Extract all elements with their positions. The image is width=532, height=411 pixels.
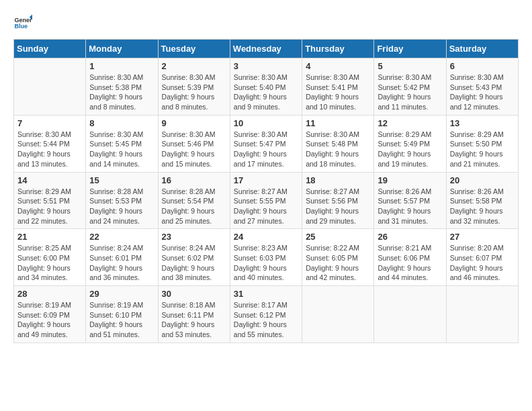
day-number: 8 [89, 118, 154, 128]
cell-content: Sunrise: 8:24 AMSunset: 6:02 PMDaylight:… [162, 243, 226, 283]
cell-content: Sunrise: 8:22 AMSunset: 6:05 PMDaylight:… [306, 243, 370, 283]
calendar-cell: 8Sunrise: 8:30 AMSunset: 5:45 PMDaylight… [86, 115, 158, 172]
day-number: 20 [450, 175, 515, 185]
calendar-body: 1Sunrise: 8:30 AMSunset: 5:38 PMDaylight… [14, 58, 519, 343]
day-number: 19 [378, 175, 442, 185]
day-header-friday: Friday [374, 40, 446, 58]
day-number: 31 [234, 289, 298, 299]
day-number: 2 [162, 61, 226, 71]
cell-content: Sunrise: 8:29 AMSunset: 5:49 PMDaylight:… [378, 130, 442, 169]
day-header-wednesday: Wednesday [230, 40, 302, 58]
calendar-cell: 27Sunrise: 8:20 AMSunset: 6:07 PMDayligh… [446, 229, 518, 286]
cell-content: Sunrise: 8:19 AMSunset: 6:09 PMDaylight:… [17, 300, 82, 340]
calendar-cell: 9Sunrise: 8:30 AMSunset: 5:46 PMDaylight… [158, 115, 230, 172]
calendar-cell [374, 286, 446, 343]
svg-text:Blue: Blue [14, 23, 28, 30]
cell-content: Sunrise: 8:27 AMSunset: 5:55 PMDaylight:… [234, 187, 298, 226]
calendar-cell: 25Sunrise: 8:22 AMSunset: 6:05 PMDayligh… [302, 229, 374, 286]
cell-content: Sunrise: 8:26 AMSunset: 5:58 PMDaylight:… [450, 187, 515, 226]
calendar-week-row: 21Sunrise: 8:25 AMSunset: 6:00 PMDayligh… [14, 229, 519, 286]
day-number: 28 [17, 289, 82, 299]
calendar-cell: 26Sunrise: 8:21 AMSunset: 6:06 PMDayligh… [374, 229, 446, 286]
calendar-week-row: 1Sunrise: 8:30 AMSunset: 5:38 PMDaylight… [14, 58, 519, 116]
day-number: 23 [162, 232, 226, 242]
calendar-week-row: 7Sunrise: 8:30 AMSunset: 5:44 PMDaylight… [14, 115, 519, 172]
calendar-cell: 18Sunrise: 8:27 AMSunset: 5:56 PMDayligh… [302, 172, 374, 229]
cell-content: Sunrise: 8:30 AMSunset: 5:41 PMDaylight:… [306, 73, 370, 112]
calendar-cell: 7Sunrise: 8:30 AMSunset: 5:44 PMDaylight… [14, 115, 86, 172]
calendar-cell: 22Sunrise: 8:24 AMSunset: 6:01 PMDayligh… [86, 229, 158, 286]
calendar-cell: 28Sunrise: 8:19 AMSunset: 6:09 PMDayligh… [14, 286, 86, 343]
day-number: 21 [17, 232, 82, 242]
day-number: 1 [89, 61, 154, 71]
day-number: 17 [234, 175, 298, 185]
logo: General Blue [13, 13, 32, 32]
day-number: 25 [306, 232, 370, 242]
day-number: 22 [89, 232, 154, 242]
cell-content: Sunrise: 8:17 AMSunset: 6:12 PMDaylight:… [234, 300, 298, 340]
calendar-cell: 3Sunrise: 8:30 AMSunset: 5:40 PMDaylight… [230, 58, 302, 116]
day-header-monday: Monday [86, 40, 158, 58]
cell-content: Sunrise: 8:26 AMSunset: 5:57 PMDaylight:… [378, 187, 442, 226]
day-number: 27 [450, 232, 515, 242]
calendar-cell: 5Sunrise: 8:30 AMSunset: 5:42 PMDaylight… [374, 58, 446, 116]
calendar-cell: 6Sunrise: 8:30 AMSunset: 5:43 PMDaylight… [446, 58, 518, 116]
calendar-cell: 1Sunrise: 8:30 AMSunset: 5:38 PMDaylight… [86, 58, 158, 116]
calendar-cell: 16Sunrise: 8:28 AMSunset: 5:54 PMDayligh… [158, 172, 230, 229]
day-number: 10 [234, 118, 298, 128]
day-header-saturday: Saturday [446, 40, 518, 58]
day-number: 9 [162, 118, 226, 128]
day-number: 29 [89, 289, 154, 299]
calendar-cell: 13Sunrise: 8:29 AMSunset: 5:50 PMDayligh… [446, 115, 518, 172]
calendar-week-row: 14Sunrise: 8:29 AMSunset: 5:51 PMDayligh… [14, 172, 519, 229]
day-header-sunday: Sunday [14, 40, 86, 58]
cell-content: Sunrise: 8:24 AMSunset: 6:01 PMDaylight:… [89, 243, 154, 283]
calendar-cell [302, 286, 374, 343]
calendar-cell: 17Sunrise: 8:27 AMSunset: 5:55 PMDayligh… [230, 172, 302, 229]
calendar-cell: 11Sunrise: 8:30 AMSunset: 5:48 PMDayligh… [302, 115, 374, 172]
cell-content: Sunrise: 8:30 AMSunset: 5:48 PMDaylight:… [306, 130, 370, 169]
day-header-tuesday: Tuesday [158, 40, 230, 58]
cell-content: Sunrise: 8:29 AMSunset: 5:51 PMDaylight:… [17, 187, 82, 226]
calendar-cell: 2Sunrise: 8:30 AMSunset: 5:39 PMDaylight… [158, 58, 230, 116]
cell-content: Sunrise: 8:28 AMSunset: 5:54 PMDaylight:… [162, 187, 226, 226]
day-number: 3 [234, 61, 298, 71]
cell-content: Sunrise: 8:30 AMSunset: 5:39 PMDaylight:… [162, 73, 226, 112]
cell-content: Sunrise: 8:21 AMSunset: 6:06 PMDaylight:… [378, 243, 442, 283]
calendar-cell: 19Sunrise: 8:26 AMSunset: 5:57 PMDayligh… [374, 172, 446, 229]
cell-content: Sunrise: 8:29 AMSunset: 5:50 PMDaylight:… [450, 130, 515, 169]
calendar-cell: 30Sunrise: 8:18 AMSunset: 6:11 PMDayligh… [158, 286, 230, 343]
calendar-cell: 14Sunrise: 8:29 AMSunset: 5:51 PMDayligh… [14, 172, 86, 229]
day-number: 30 [162, 289, 226, 299]
cell-content: Sunrise: 8:19 AMSunset: 6:10 PMDaylight:… [89, 300, 154, 340]
cell-content: Sunrise: 8:30 AMSunset: 5:47 PMDaylight:… [234, 130, 298, 169]
day-number: 26 [378, 232, 442, 242]
cell-content: Sunrise: 8:30 AMSunset: 5:40 PMDaylight:… [234, 73, 298, 112]
day-number: 11 [306, 118, 370, 128]
cell-content: Sunrise: 8:27 AMSunset: 5:56 PMDaylight:… [306, 187, 370, 226]
day-number: 13 [450, 118, 515, 128]
day-number: 16 [162, 175, 226, 185]
svg-text:General: General [14, 17, 32, 24]
calendar-cell [14, 58, 86, 116]
cell-content: Sunrise: 8:30 AMSunset: 5:38 PMDaylight:… [89, 73, 154, 112]
calendar-header-row: SundayMondayTuesdayWednesdayThursdayFrid… [14, 40, 519, 58]
day-number: 14 [17, 175, 82, 185]
cell-content: Sunrise: 8:30 AMSunset: 5:43 PMDaylight:… [450, 73, 515, 112]
calendar-cell: 15Sunrise: 8:28 AMSunset: 5:53 PMDayligh… [86, 172, 158, 229]
calendar-cell: 24Sunrise: 8:23 AMSunset: 6:03 PMDayligh… [230, 229, 302, 286]
cell-content: Sunrise: 8:30 AMSunset: 5:45 PMDaylight:… [89, 130, 154, 169]
cell-content: Sunrise: 8:28 AMSunset: 5:53 PMDaylight:… [89, 187, 154, 226]
day-number: 7 [17, 118, 82, 128]
day-header-thursday: Thursday [302, 40, 374, 58]
day-number: 18 [306, 175, 370, 185]
cell-content: Sunrise: 8:30 AMSunset: 5:44 PMDaylight:… [17, 130, 82, 169]
cell-content: Sunrise: 8:23 AMSunset: 6:03 PMDaylight:… [234, 243, 298, 283]
cell-content: Sunrise: 8:18 AMSunset: 6:11 PMDaylight:… [162, 300, 226, 340]
day-number: 12 [378, 118, 442, 128]
day-number: 24 [234, 232, 298, 242]
calendar-cell: 12Sunrise: 8:29 AMSunset: 5:49 PMDayligh… [374, 115, 446, 172]
calendar-cell: 29Sunrise: 8:19 AMSunset: 6:10 PMDayligh… [86, 286, 158, 343]
calendar-cell: 10Sunrise: 8:30 AMSunset: 5:47 PMDayligh… [230, 115, 302, 172]
day-number: 6 [450, 61, 515, 71]
